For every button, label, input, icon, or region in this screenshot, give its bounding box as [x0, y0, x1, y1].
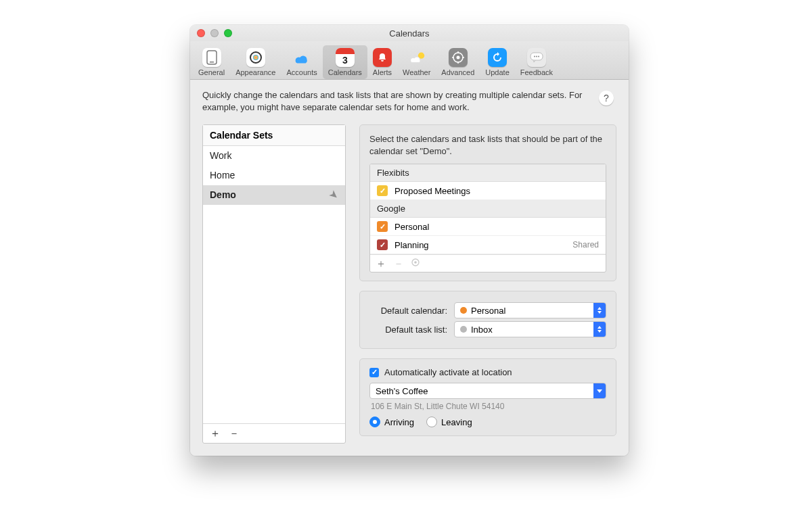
svg-point-14 [538, 56, 539, 57]
weather-icon [407, 48, 426, 67]
select-stepper-icon [593, 303, 606, 318]
calendars-icon: 3 [336, 48, 355, 67]
set-item-label: Home [210, 170, 235, 181]
accounts-icon [292, 48, 311, 67]
remove-calendar-button[interactable]: － [393, 258, 404, 269]
set-item-home[interactable]: Home [203, 166, 345, 185]
tab-label: Alerts [373, 68, 392, 76]
radio-leaving[interactable] [426, 417, 437, 427]
tab-label: General [198, 68, 225, 76]
calendar-group-flexibits: Flexibits [370, 164, 606, 182]
window-title: Calendars [190, 28, 629, 39]
select-stepper-icon [593, 322, 606, 337]
tab-label: Accounts [286, 68, 317, 76]
default-tasklist-value: Inbox [471, 325, 493, 335]
location-address: 106 E Main St, Little Chute WI 54140 [369, 402, 606, 411]
tab-update[interactable]: Update [480, 45, 514, 79]
tab-label: Feedback [520, 68, 553, 76]
remove-set-button[interactable]: － [229, 428, 240, 439]
calendar-checkbox[interactable]: ✓ [377, 221, 388, 232]
default-calendar-value: Personal [471, 306, 505, 316]
svg-point-13 [536, 56, 537, 57]
location-panel: ✓ Automatically activate at location Set… [359, 358, 616, 436]
titlebar: Calendars [190, 25, 629, 41]
calendar-tag-shared: Shared [572, 240, 599, 250]
dropdown-icon [593, 383, 606, 398]
calendar-name: Proposed Meetings [394, 186, 599, 196]
tab-advanced[interactable]: Advanced [436, 45, 480, 79]
calendar-name: Planning [394, 240, 566, 250]
calendar-settings-icon[interactable] [411, 258, 420, 269]
tab-feedback[interactable]: Feedback [515, 45, 558, 79]
add-calendar-button[interactable]: ＋ [376, 258, 386, 269]
calendar-name: Personal [394, 222, 599, 232]
svg-rect-1 [210, 62, 214, 63]
default-tasklist-select[interactable]: Inbox [454, 321, 606, 337]
preferences-toolbar: General Appearance Accounts 3 Calendars [190, 41, 629, 80]
tab-label: Appearance [235, 68, 275, 76]
tab-label: Weather [403, 68, 430, 76]
auto-activate-label: Automatically activate at location [384, 367, 512, 377]
location-field[interactable]: Seth's Coffee [369, 383, 606, 399]
set-item-label: Work [210, 150, 231, 161]
calendar-list: Flexibits ✓ Proposed Meetings Google ✓ P… [369, 164, 606, 272]
tab-alerts[interactable]: Alerts [367, 45, 397, 79]
defaults-panel: Default calendar: Personal Default task … [359, 291, 616, 349]
radio-arriving-label: Arriving [384, 417, 414, 427]
add-set-button[interactable]: ＋ [210, 428, 221, 439]
tab-calendars[interactable]: 3 Calendars [323, 45, 367, 79]
tab-appearance[interactable]: Appearance [230, 45, 281, 79]
default-calendar-label: Default calendar: [369, 306, 447, 316]
alerts-icon [373, 48, 392, 67]
set-item-demo[interactable]: Demo ➤ [203, 185, 345, 205]
svg-point-12 [534, 56, 535, 57]
tab-label: Advanced [441, 68, 474, 76]
preferences-window: Calendars General Appearance Accounts 3 [190, 25, 629, 456]
calendar-day-number: 3 [342, 55, 348, 66]
radio-arriving[interactable] [369, 417, 380, 427]
intro-text: Quickly change the calendars and task li… [202, 89, 616, 114]
tab-label: Calendars [328, 68, 362, 76]
tasklist-color-dot [460, 326, 467, 333]
advanced-icon [449, 48, 468, 67]
content-area: Quickly change the calendars and task li… [190, 80, 629, 456]
calendars-panel-intro: Select the calendars and task lists that… [369, 133, 606, 157]
calendar-sets-header: Calendar Sets [203, 125, 345, 146]
set-item-label: Demo [210, 189, 236, 200]
tab-label: Update [485, 68, 509, 76]
calendar-group-google: Google [370, 200, 606, 218]
calendars-panel: Select the calendars and task lists that… [359, 124, 616, 281]
calendar-row-planning[interactable]: ✓ Planning Shared [370, 236, 606, 254]
default-tasklist-label: Default task list: [369, 325, 447, 335]
radio-leaving-label: Leaving [441, 417, 472, 427]
tab-general[interactable]: General [193, 45, 230, 79]
auto-activate-checkbox[interactable]: ✓ [369, 368, 379, 377]
calendar-row-proposed-meetings[interactable]: ✓ Proposed Meetings [370, 182, 606, 200]
svg-point-16 [414, 262, 417, 264]
feedback-icon [527, 48, 546, 67]
calendar-checkbox[interactable]: ✓ [377, 239, 388, 250]
tab-accounts[interactable]: Accounts [281, 45, 322, 79]
calendar-list-footer: ＋ － [370, 254, 606, 272]
calendar-checkbox[interactable]: ✓ [377, 185, 388, 196]
general-icon [202, 48, 221, 67]
svg-point-3 [253, 55, 258, 60]
help-button[interactable]: ? [599, 91, 614, 105]
tab-weather[interactable]: Weather [397, 45, 436, 79]
update-icon [488, 48, 507, 67]
appearance-icon [246, 48, 265, 67]
location-arrow-icon: ➤ [328, 188, 340, 201]
location-value: Seth's Coffee [376, 386, 428, 396]
default-calendar-select[interactable]: Personal [454, 302, 606, 318]
sets-footer: ＋ － [203, 423, 345, 443]
calendar-color-dot [460, 307, 467, 314]
svg-point-6 [456, 56, 459, 60]
calendar-row-personal[interactable]: ✓ Personal [370, 218, 606, 236]
set-item-work[interactable]: Work [203, 146, 345, 166]
calendar-sets-box: Calendar Sets Work Home Demo ➤ ＋ － [202, 124, 346, 444]
